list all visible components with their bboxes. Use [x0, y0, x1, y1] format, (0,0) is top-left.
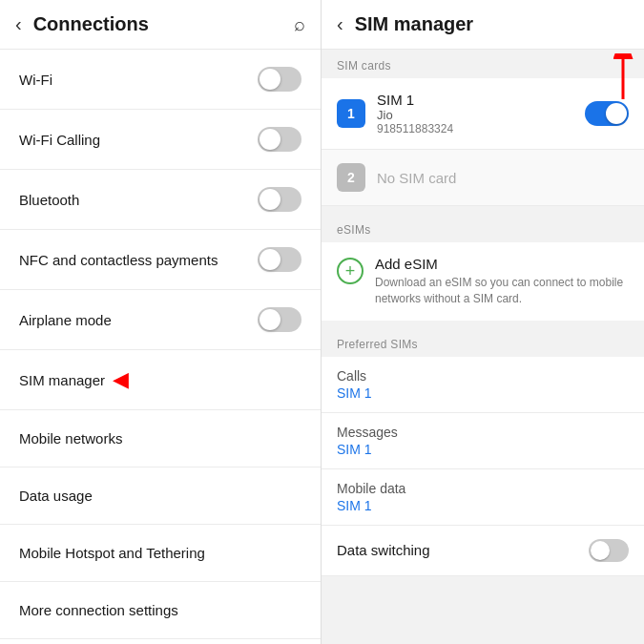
data-switching-label: Data switching [337, 542, 430, 558]
data-usage-item[interactable]: Data usage [0, 467, 321, 525]
hotspot-label: Mobile Hotspot and Tethering [19, 545, 205, 561]
messages-label: Messages [337, 425, 629, 440]
esims-label: eSIMs [322, 214, 644, 242]
sim1-name: SIM 1 [377, 92, 585, 108]
bluetooth-label: Bluetooth [19, 192, 79, 208]
sim-cards-label: SIM cards [322, 50, 644, 78]
messages-item[interactable]: Messages SIM 1 [322, 413, 644, 469]
sim1-toggle[interactable] [585, 101, 629, 126]
sim1-carrier: Jio [377, 108, 585, 122]
esims-section: eSIMs + Add eSIM Download an eSIM so you… [322, 214, 644, 321]
right-back-icon[interactable]: ‹ [337, 13, 343, 35]
page-title: Connections [33, 13, 294, 35]
airplane-label: Airplane mode [19, 312, 112, 328]
bluetooth-toggle[interactable] [258, 187, 301, 212]
data-switching-item[interactable]: Data switching [322, 526, 644, 576]
sim-manager-item[interactable]: SIM manager ◀ [0, 350, 321, 410]
sim-manager-panel: ‹ SIM manager SIM cards 1 SIM 1 Jio 9185… [322, 0, 644, 644]
add-esim-content: Add eSIM Download an eSIM so you can con… [375, 256, 629, 307]
connections-panel: ‹ Connections ⌕ Wi-Fi Wi-Fi Calling Blue… [0, 0, 322, 644]
messages-value: SIM 1 [337, 442, 629, 457]
sim1-info: SIM 1 Jio 918511883324 [377, 92, 585, 135]
airplane-toggle[interactable] [258, 307, 301, 332]
settings-list: Wi-Fi Wi-Fi Calling Bluetooth NFC and co… [0, 50, 321, 644]
sim-cards-section: 1 SIM 1 Jio 918511883324 [322, 78, 644, 206]
left-header: ‹ Connections ⌕ [0, 0, 321, 50]
more-settings-item[interactable]: More connection settings [0, 582, 321, 639]
mobile-data-label: Mobile data [337, 481, 629, 496]
wifi-label: Wi-Fi [19, 72, 52, 88]
sim2-name: No SIM card [377, 170, 629, 186]
mobile-networks-item[interactable]: Mobile networks [0, 410, 321, 467]
wifi-toggle[interactable] [258, 67, 301, 92]
data-switching-toggle[interactable] [589, 539, 629, 562]
calls-label: Calls [337, 368, 629, 384]
back-icon[interactable]: ‹ [15, 13, 22, 35]
calls-value: SIM 1 [337, 385, 629, 401]
mobile-data-item[interactable]: Mobile data SIM 1 [322, 469, 644, 526]
wifi-calling-label: Wi-Fi Calling [19, 132, 100, 148]
sim2-badge: 2 [337, 163, 365, 192]
more-settings-label: More connection settings [19, 602, 178, 618]
wifi-calling-item[interactable]: Wi-Fi Calling [0, 110, 321, 170]
sim-manager-arrow: ◀ [113, 367, 129, 392]
sim1-badge: 1 [337, 99, 365, 128]
sim-manager-label: SIM manager [19, 372, 105, 388]
right-header: ‹ SIM manager [322, 0, 644, 50]
airplane-item[interactable]: Airplane mode [0, 290, 321, 350]
add-esim-icon: + [337, 258, 364, 284]
preferred-sims-section: Preferred SIMs Calls SIM 1 Messages SIM … [322, 328, 644, 576]
hotspot-item[interactable]: Mobile Hotspot and Tethering [0, 525, 321, 582]
add-esim-description: Download an eSIM so you can connect to m… [375, 275, 629, 307]
right-page-title: SIM manager [355, 13, 473, 35]
add-esim-item[interactable]: + Add eSIM Download an eSIM so you can c… [322, 242, 644, 321]
mobile-networks-label: Mobile networks [19, 430, 122, 447]
red-arrow-up-icon [610, 53, 636, 101]
preferred-sims-label: Preferred SIMs [322, 328, 644, 357]
wifi-calling-toggle[interactable] [258, 127, 301, 152]
wifi-item[interactable]: Wi-Fi [0, 50, 321, 110]
nfc-item[interactable]: NFC and contactless payments [0, 230, 321, 290]
sim1-toggle-container [585, 101, 629, 126]
data-usage-label: Data usage [19, 488, 93, 504]
nfc-label: NFC and contactless payments [19, 252, 218, 268]
bluetooth-item[interactable]: Bluetooth [0, 170, 321, 230]
sim2-info: No SIM card [377, 170, 629, 186]
mobile-data-value: SIM 1 [337, 498, 629, 513]
sim1-number: 918511883324 [377, 122, 585, 135]
sim2-item: 2 No SIM card [322, 150, 644, 206]
add-esim-title: Add eSIM [375, 256, 629, 272]
calls-item[interactable]: Calls SIM 1 [322, 357, 644, 413]
sim1-item[interactable]: 1 SIM 1 Jio 918511883324 [322, 78, 644, 150]
search-icon[interactable]: ⌕ [294, 13, 305, 35]
nfc-toggle[interactable] [258, 247, 301, 272]
